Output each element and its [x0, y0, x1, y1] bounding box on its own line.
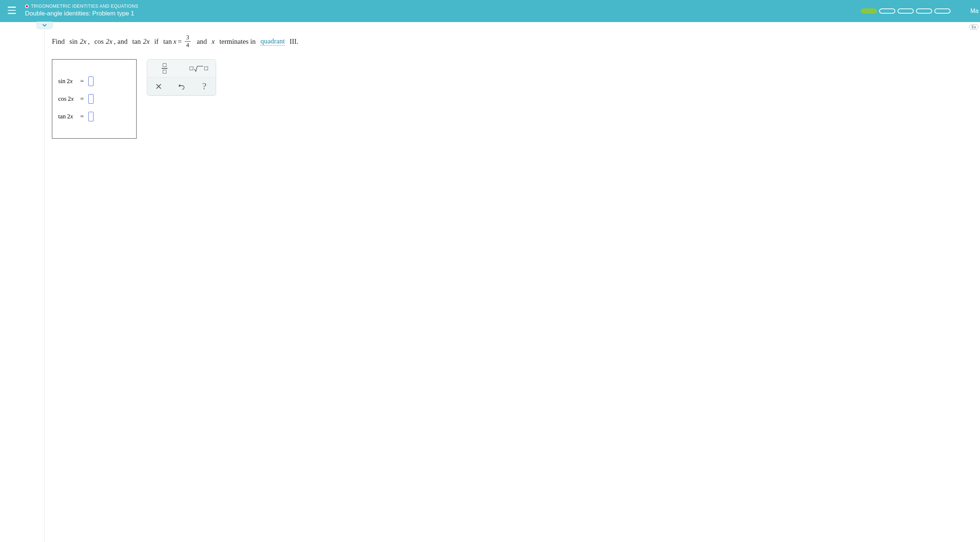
- menu-button[interactable]: [5, 4, 18, 17]
- breadcrumb-label: TRIGONOMETRIC IDENTITIES AND EQUATIONS: [31, 4, 138, 9]
- progress-pills: [861, 8, 951, 14]
- fraction-icon: [162, 63, 167, 73]
- undo-button[interactable]: [170, 78, 193, 95]
- progress-pill-4: [916, 8, 932, 14]
- q-eq: =: [178, 38, 182, 46]
- q-tan-arg: 2x: [143, 38, 150, 46]
- undo-icon: [178, 83, 185, 90]
- answer-label-tan: tan 2x: [58, 113, 76, 120]
- tool-row-actions: ?: [147, 78, 216, 95]
- header-right-label: Ma: [970, 8, 978, 14]
- fraction-template-button[interactable]: [147, 60, 181, 77]
- answer-input-cos[interactable]: [88, 94, 94, 104]
- eq-sign: =: [80, 78, 84, 85]
- language-label: Es: [972, 25, 976, 29]
- q-if: if: [154, 38, 159, 46]
- page-title: Double-angle identities: Problem type 1: [25, 10, 138, 17]
- q-tan: tan: [132, 38, 141, 46]
- answer-input-tan[interactable]: [88, 112, 94, 121]
- chevron-down-icon: [42, 24, 47, 27]
- q-tanx: tan: [163, 38, 172, 46]
- q-cos: cos: [94, 38, 103, 46]
- answer-row-cos: cos 2x =: [58, 94, 121, 104]
- answer-input-sin[interactable]: [88, 76, 94, 86]
- q-and: and: [197, 38, 207, 46]
- q-frac-num: 3: [185, 35, 191, 41]
- clear-button[interactable]: [147, 78, 170, 95]
- answer-label-sin: sin 2x: [58, 78, 76, 85]
- q-sin-arg: 2x: [80, 38, 86, 46]
- progress-pill-5: [934, 8, 951, 14]
- q-sep2: , and: [114, 38, 128, 46]
- q-roman: III.: [290, 38, 299, 46]
- sqrt-icon: [189, 65, 208, 72]
- q-x: x: [212, 38, 215, 46]
- answer-area: sin 2x = cos 2x = tan 2x =: [52, 59, 974, 139]
- quadrant-link[interactable]: quadrant: [260, 37, 285, 46]
- header-texts: TRIGONOMETRIC IDENTITIES AND EQUATIONS D…: [25, 4, 138, 17]
- answer-box: sin 2x = cos 2x = tan 2x =: [52, 59, 137, 139]
- workspace: Es Find sin 2x , cos 2x , and tan 2x if …: [44, 22, 980, 542]
- progress-pill-2: [879, 8, 895, 14]
- hamburger-icon: [8, 6, 16, 15]
- breadcrumb: TRIGONOMETRIC IDENTITIES AND EQUATIONS: [25, 4, 138, 9]
- answer-label-cos: cos 2x: [58, 95, 76, 103]
- eq-sign: =: [80, 95, 84, 103]
- help-button[interactable]: ?: [193, 78, 216, 95]
- tool-row-templates: [147, 60, 216, 78]
- close-icon: [155, 83, 162, 90]
- q-lead: Find: [52, 38, 65, 46]
- question-mark-icon: ?: [202, 81, 207, 92]
- answer-row-sin: sin 2x =: [58, 76, 121, 86]
- math-tool-panel: ?: [147, 59, 216, 96]
- question-text: Find sin 2x , cos 2x , and tan 2x if tan…: [52, 35, 974, 48]
- answer-row-tan: tan 2x =: [58, 112, 121, 121]
- q-cos-arg: 2x: [106, 38, 113, 46]
- dropdown-tab[interactable]: [37, 22, 52, 29]
- q-frac-den: 4: [185, 41, 191, 48]
- sqrt-template-button[interactable]: [181, 60, 216, 77]
- q-tanx-var: x: [173, 38, 177, 46]
- left-sidebar: [0, 22, 44, 542]
- q-terminates: terminates in: [220, 38, 256, 46]
- q-sep1: ,: [88, 38, 90, 46]
- language-pill[interactable]: Es: [969, 24, 978, 30]
- progress-pill-1: [861, 8, 877, 14]
- content-area: Es Find sin 2x , cos 2x , and tan 2x if …: [45, 22, 980, 542]
- status-dot-icon: [25, 5, 29, 8]
- eq-sign: =: [80, 113, 84, 120]
- progress-pill-3: [897, 8, 914, 14]
- q-sin: sin: [70, 38, 78, 46]
- header-bar: TRIGONOMETRIC IDENTITIES AND EQUATIONS D…: [0, 0, 980, 22]
- q-fraction: 3 4: [185, 35, 191, 48]
